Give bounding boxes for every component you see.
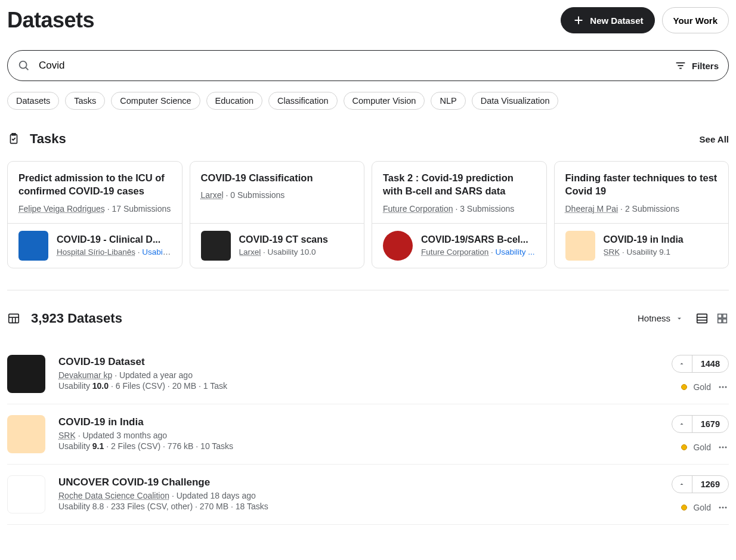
medal-label: Gold bbox=[693, 503, 711, 512]
svg-point-23 bbox=[722, 446, 724, 448]
filter-chip-data-visualization[interactable]: Data Visualization bbox=[472, 92, 559, 110]
dataset-row[interactable]: COVID-19 in India SRK · Updated 3 months… bbox=[7, 404, 729, 465]
dataset-thumbnail bbox=[7, 355, 45, 393]
list-view-icon[interactable] bbox=[695, 312, 709, 325]
svg-point-25 bbox=[719, 506, 721, 508]
filters-label: Filters bbox=[692, 61, 719, 71]
dataset-thumbnail bbox=[565, 231, 595, 261]
task-dataset-title: COVID-19 CT scans bbox=[239, 234, 354, 245]
vote-count: 1448 bbox=[692, 355, 728, 372]
upvote-control: 1269 bbox=[672, 475, 729, 493]
filter-chip-nlp[interactable]: NLP bbox=[431, 92, 465, 110]
plus-icon bbox=[572, 14, 585, 27]
task-dataset-usability: Usability 9.1 bbox=[627, 247, 671, 256]
dataset-author[interactable]: Roche Data Science Coalition bbox=[58, 491, 169, 500]
filter-chip-education[interactable]: Education bbox=[206, 92, 263, 110]
dataset-files: 6 Files (CSV) bbox=[116, 381, 165, 391]
more-icon[interactable] bbox=[717, 502, 729, 513]
section-divider bbox=[7, 290, 729, 290]
svg-rect-15 bbox=[718, 314, 722, 317]
vote-count: 1269 bbox=[692, 476, 728, 493]
task-title: Predict admission to the ICU of confirme… bbox=[18, 171, 171, 198]
filter-chip-computer-science[interactable]: Computer Science bbox=[111, 92, 200, 110]
dataset-tasks: 18 Tasks bbox=[236, 502, 268, 511]
datasets-count: 3,923 Datasets bbox=[31, 311, 122, 326]
dataset-tasks: 10 Tasks bbox=[200, 441, 233, 451]
dataset-thumbnail bbox=[7, 475, 45, 513]
filter-chip-classification[interactable]: Classification bbox=[268, 92, 337, 110]
dataset-author[interactable]: Devakumar kp bbox=[58, 370, 112, 380]
caret-up-icon bbox=[678, 420, 685, 428]
new-dataset-button[interactable]: New Dataset bbox=[561, 7, 654, 33]
task-author[interactable]: Dheeraj M Pai bbox=[565, 204, 619, 214]
upvote-button[interactable] bbox=[672, 476, 692, 493]
filter-chip-datasets[interactable]: Datasets bbox=[7, 92, 59, 110]
dataset-thumbnail bbox=[18, 231, 48, 261]
dataset-usability: Usability 8.8 bbox=[58, 502, 104, 511]
svg-point-24 bbox=[725, 446, 727, 448]
dataset-updated: Updated a year ago bbox=[119, 370, 193, 380]
page-title: Datasets bbox=[7, 8, 94, 33]
upvote-control: 1448 bbox=[672, 355, 729, 373]
dataset-size: 20 MB bbox=[172, 381, 196, 391]
your-work-button[interactable]: Your Work bbox=[662, 7, 729, 33]
task-dataset-title: COVID-19 - Clinical D... bbox=[57, 234, 171, 245]
svg-point-21 bbox=[725, 386, 727, 388]
caret-up-icon bbox=[678, 360, 685, 367]
task-card[interactable]: COVID-19 Classification Larxel · 0 Submi… bbox=[190, 161, 365, 268]
filter-icon bbox=[674, 59, 687, 72]
task-author[interactable]: Larxel bbox=[201, 190, 224, 200]
dataset-size: 776 kB bbox=[168, 441, 194, 451]
dataset-row[interactable]: UNCOVER COVID-19 Challenge Roche Data Sc… bbox=[7, 465, 729, 525]
more-icon[interactable] bbox=[717, 441, 729, 453]
svg-point-27 bbox=[725, 506, 727, 508]
tasks-section-title: Tasks bbox=[30, 131, 66, 147]
more-icon[interactable] bbox=[717, 381, 729, 393]
table-icon bbox=[7, 312, 20, 325]
dataset-title: COVID-19 Dataset bbox=[58, 356, 658, 368]
svg-rect-8 bbox=[9, 314, 19, 323]
upvote-control: 1679 bbox=[672, 415, 729, 433]
dataset-files: 2 Files (CSV) bbox=[111, 441, 160, 451]
medal-label: Gold bbox=[693, 443, 711, 452]
task-submissions: 17 Submissions bbox=[112, 204, 171, 214]
svg-point-22 bbox=[719, 446, 721, 448]
dataset-row[interactable]: COVID-19 Dataset Devakumar kp · Updated … bbox=[7, 344, 729, 404]
task-dataset-author[interactable]: Larxel bbox=[239, 247, 261, 256]
dataset-author[interactable]: SRK bbox=[58, 431, 76, 440]
svg-point-26 bbox=[722, 506, 724, 508]
task-submissions: 2 Submissions bbox=[625, 204, 679, 214]
filters-button[interactable]: Filters bbox=[674, 59, 719, 72]
task-dataset-author[interactable]: Future Corporation bbox=[421, 247, 488, 256]
search-input[interactable] bbox=[39, 60, 674, 72]
dataset-size: 270 MB bbox=[200, 502, 228, 511]
sort-dropdown[interactable]: Hotness bbox=[638, 313, 684, 323]
task-author[interactable]: Felipe Veiga Rodrigues bbox=[18, 204, 105, 214]
see-all-link[interactable]: See All bbox=[700, 134, 729, 144]
filter-chip-tasks[interactable]: Tasks bbox=[65, 92, 105, 110]
gold-medal-icon bbox=[681, 384, 687, 390]
svg-line-3 bbox=[26, 67, 28, 70]
gold-medal-icon bbox=[681, 444, 687, 450]
search-bar[interactable]: Filters bbox=[7, 50, 729, 81]
task-card[interactable]: Task 2 : Covid-19 prediction with B-cell… bbox=[372, 161, 547, 268]
task-submissions: 0 Submissions bbox=[230, 190, 284, 200]
task-dataset-title: COVID-19/SARS B-cel... bbox=[421, 234, 536, 245]
task-card[interactable]: Predict admission to the ICU of confirme… bbox=[7, 161, 183, 268]
upvote-button[interactable] bbox=[672, 416, 692, 432]
filter-chip-computer-vision[interactable]: Computer Vision bbox=[344, 92, 425, 110]
task-title: COVID-19 Classification bbox=[201, 171, 354, 184]
upvote-button[interactable] bbox=[672, 355, 692, 372]
task-dataset-title: COVID-19 in India bbox=[604, 234, 718, 245]
dataset-title: COVID-19 in India bbox=[58, 416, 658, 428]
task-card[interactable]: Finding faster techniques to test Covid … bbox=[554, 161, 729, 268]
task-dataset-usability: Usabil... bbox=[142, 247, 171, 256]
caret-up-icon bbox=[678, 481, 685, 488]
grid-view-icon[interactable] bbox=[716, 312, 729, 325]
task-dataset-author[interactable]: Hospital Sírio-Libanês bbox=[57, 247, 135, 256]
dataset-title: UNCOVER COVID-19 Challenge bbox=[58, 477, 658, 488]
task-author[interactable]: Future Corporation bbox=[383, 204, 453, 214]
svg-rect-18 bbox=[723, 318, 726, 322]
task-dataset-author[interactable]: SRK bbox=[604, 247, 620, 256]
dataset-thumbnail bbox=[201, 231, 231, 261]
